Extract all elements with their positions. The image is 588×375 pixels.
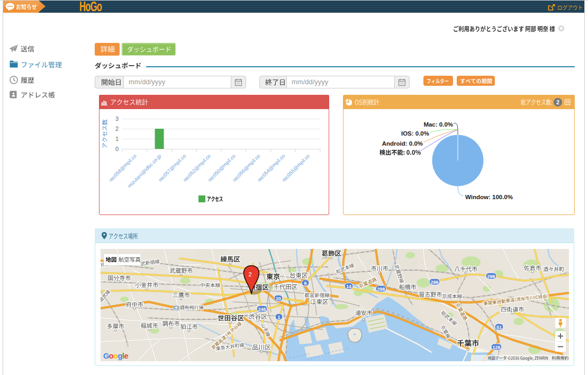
svg-text:1: 1: [277, 315, 280, 320]
svg-text:20: 20: [276, 296, 281, 301]
svg-text:246: 246: [258, 307, 266, 312]
svg-text:IOS: 0.0%: IOS: 0.0%: [401, 130, 429, 137]
svg-text:0: 0: [115, 146, 119, 152]
svg-text:6: 6: [304, 281, 306, 286]
svg-text:126: 126: [492, 345, 500, 350]
svg-text:Android: 0.0%: Android: 0.0%: [382, 140, 423, 147]
svg-text:3: 3: [115, 115, 119, 122]
svg-text:296: 296: [487, 274, 495, 279]
svg-text:298: 298: [377, 287, 385, 292]
svg-text:Window: 100.0%: Window: 100.0%: [465, 194, 513, 200]
svg-text:296: 296: [430, 280, 438, 285]
svg-text:1: 1: [115, 136, 119, 142]
svg-text:Google: Google: [103, 352, 128, 360]
svg-text:2: 2: [115, 126, 119, 132]
svg-text:Mac: 0.0%: Mac: 0.0%: [423, 121, 453, 128]
svg-text:2: 2: [248, 271, 251, 278]
svg-text:51: 51: [496, 325, 502, 330]
svg-text:14: 14: [346, 284, 351, 289]
